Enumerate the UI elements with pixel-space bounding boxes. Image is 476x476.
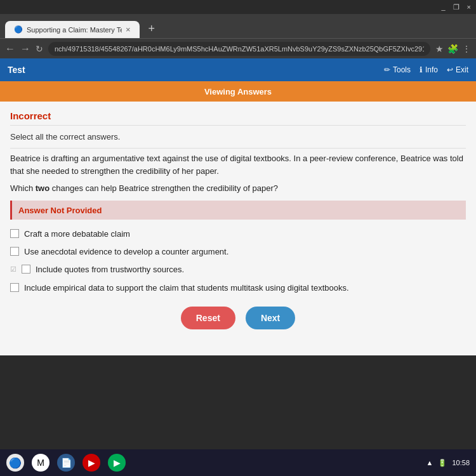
checkbox-a[interactable] xyxy=(10,229,19,238)
checkbox-b[interactable] xyxy=(10,247,19,256)
address-action-icons: ★ 🧩 ⋮ xyxy=(435,44,471,54)
play-icon[interactable]: ▶ xyxy=(108,454,126,472)
play-logo: ▶ xyxy=(114,458,121,468)
checkbox-d[interactable] xyxy=(10,283,19,292)
next-button[interactable]: Next xyxy=(246,307,295,329)
instruction-text: Select all the correct answers. xyxy=(10,132,466,142)
tools-icon: ✏ xyxy=(384,65,390,74)
choice-a-text: Craft a more debatable claim xyxy=(24,228,130,240)
tools-label: Tools xyxy=(393,65,411,74)
menu-icon[interactable]: ⋮ xyxy=(462,44,471,54)
exit-label: Exit xyxy=(456,65,468,74)
divider-1 xyxy=(10,148,466,149)
reload-icon[interactable]: ↻ xyxy=(36,44,43,54)
clock: 10:58 xyxy=(452,459,470,466)
extension-icon[interactable]: 🧩 xyxy=(447,44,458,54)
answer-not-provided-banner: Answer Not Provided xyxy=(10,201,466,220)
new-tab-button[interactable]: + xyxy=(142,20,162,38)
battery-icon: 🔋 xyxy=(438,459,447,467)
answer-choices: Craft a more debatable claim Use anecdot… xyxy=(10,228,466,294)
checkbox-c[interactable] xyxy=(22,265,30,274)
status-label: Incorrect xyxy=(10,110,466,126)
gmail-logo: M xyxy=(37,458,44,468)
minimize-control[interactable]: _ xyxy=(441,3,445,11)
exit-button[interactable]: ↩ Exit xyxy=(447,65,468,74)
wifi-icon: ▲ xyxy=(426,459,433,466)
choice-b[interactable]: Use anecdotal evidence to develop a coun… xyxy=(10,246,466,258)
choice-a[interactable]: Craft a more debatable claim xyxy=(10,228,466,240)
address-bar: ← → ↻ ★ 🧩 ⋮ xyxy=(0,38,476,58)
window-controls: _ ❐ × xyxy=(441,3,471,11)
choice-c-indicator: ☑ xyxy=(10,265,17,274)
taskbar-status: ▲ 🔋 10:58 xyxy=(426,459,470,467)
bookmark-icon[interactable]: ★ xyxy=(435,44,444,54)
passage-text: Beatrice is drafting an argumentative te… xyxy=(10,152,466,177)
close-control[interactable]: × xyxy=(467,3,471,11)
address-input[interactable] xyxy=(48,42,430,56)
reset-button[interactable]: Reset xyxy=(181,307,235,329)
exit-icon: ↩ xyxy=(447,65,453,74)
app-header: Test ✏ Tools ℹ Info ↩ Exit xyxy=(0,58,476,81)
tools-button[interactable]: ✏ Tools xyxy=(384,65,411,74)
chrome-icon[interactable]: 🔵 xyxy=(6,454,24,472)
youtube-icon[interactable]: ▶ xyxy=(83,454,100,472)
tab-favicon: 🔵 xyxy=(14,25,23,34)
tab-title: Supporting a Claim: Mastery Tes xyxy=(27,26,122,34)
info-button[interactable]: ℹ Info xyxy=(420,65,438,74)
tab-close-icon[interactable]: × xyxy=(126,25,131,34)
button-row: Reset Next xyxy=(10,307,466,329)
answer-not-provided-text: Answer Not Provided xyxy=(18,206,102,215)
active-tab[interactable]: 🔵 Supporting a Claim: Mastery Tes × xyxy=(5,21,140,38)
choice-c[interactable]: ☑ Include quotes from trustworthy source… xyxy=(10,264,466,275)
info-icon: ℹ xyxy=(420,65,423,74)
choice-d-text: Include empirical data to support the cl… xyxy=(24,282,349,294)
viewing-answers-bar: Viewing Answers xyxy=(0,81,476,102)
choice-c-text: Include quotes from trustworthy sources. xyxy=(36,264,184,275)
which-text: Which two changes can help Beatrice stre… xyxy=(10,183,466,193)
drive-icon[interactable]: 📄 xyxy=(57,454,75,472)
app-title: Test xyxy=(8,65,376,75)
nav-forward-icon[interactable]: → xyxy=(20,43,30,55)
youtube-logo: ▶ xyxy=(88,458,95,468)
choice-b-text: Use anecdotal evidence to develop a coun… xyxy=(24,246,228,258)
gmail-icon[interactable]: M xyxy=(32,454,50,472)
drive-logo: 📄 xyxy=(61,458,72,468)
nav-back-icon[interactable]: ← xyxy=(5,43,15,55)
chrome-logo: 🔵 xyxy=(9,457,22,469)
viewing-answers-label: Viewing Answers xyxy=(204,87,272,96)
taskbar: 🔵 M 📄 ▶ ▶ ▲ 🔋 10:58 xyxy=(0,449,476,476)
choice-d[interactable]: Include empirical data to support the cl… xyxy=(10,282,466,294)
maximize-control[interactable]: ❐ xyxy=(453,3,459,11)
main-content: Incorrect Select all the correct answers… xyxy=(0,102,476,355)
info-label: Info xyxy=(425,65,438,74)
header-actions: ✏ Tools ℹ Info ↩ Exit xyxy=(384,65,468,74)
